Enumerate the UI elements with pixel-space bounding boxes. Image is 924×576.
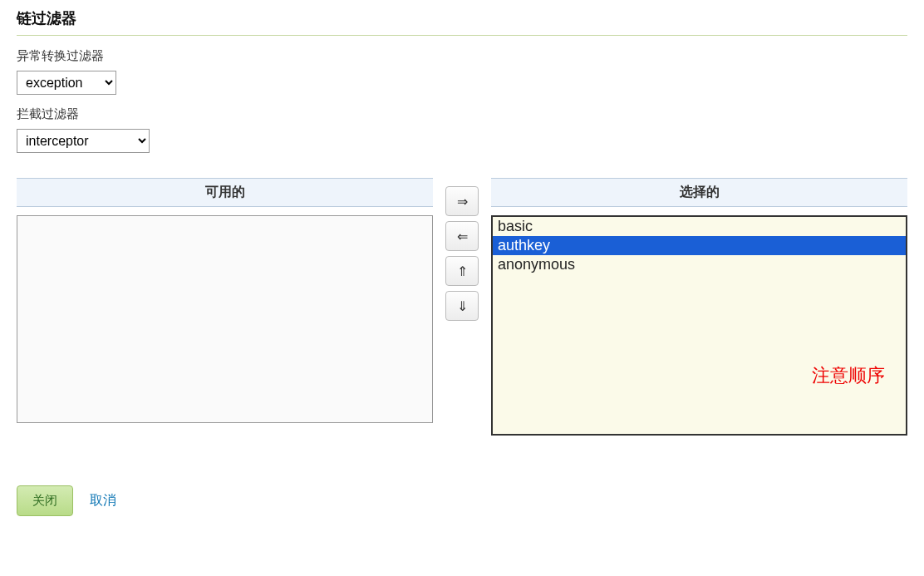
- list-item[interactable]: anonymous: [493, 255, 906, 274]
- move-left-button[interactable]: ⇐: [445, 221, 479, 251]
- move-down-button[interactable]: ⇓: [445, 291, 479, 321]
- move-up-button[interactable]: ⇑: [445, 256, 479, 286]
- interceptor-filter-select[interactable]: interceptor: [17, 129, 150, 153]
- close-button[interactable]: 关闭: [17, 485, 73, 516]
- move-right-button[interactable]: ⇒: [445, 186, 479, 216]
- selected-list-header: 选择的: [491, 178, 907, 207]
- list-item[interactable]: authkey: [493, 236, 906, 255]
- list-item[interactable]: basic: [493, 217, 906, 236]
- available-list[interactable]: [17, 215, 433, 423]
- section-title: 链过滤器: [17, 0, 907, 36]
- exception-filter-select[interactable]: exception: [17, 71, 116, 95]
- interceptor-filter-label: 拦截过滤器: [17, 106, 907, 122]
- exception-filter-label: 异常转换过滤器: [17, 48, 907, 64]
- selected-list[interactable]: basicauthkeyanonymous注意顺序: [491, 215, 907, 436]
- available-list-header: 可用的: [17, 178, 433, 207]
- cancel-link[interactable]: 取消: [90, 492, 116, 510]
- order-annotation: 注意顺序: [812, 363, 885, 388]
